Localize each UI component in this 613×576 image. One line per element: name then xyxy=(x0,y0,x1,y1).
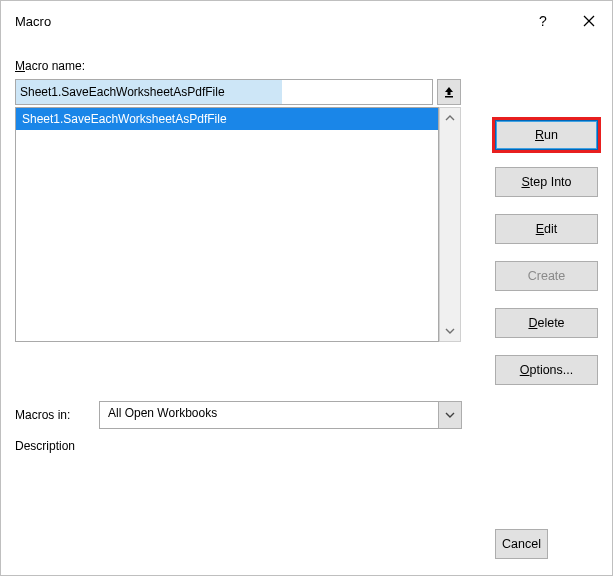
macros-in-select[interactable]: All Open Workbooks xyxy=(99,401,462,429)
help-button[interactable]: ? xyxy=(520,1,566,41)
dialog-content: Macro name: Sheet1.SaveEachWorksheetAsPd… xyxy=(1,41,612,575)
titlebar: Macro ? xyxy=(1,1,612,41)
macro-name-label: Macro name: xyxy=(15,59,598,73)
macro-list-wrap: Sheet1.SaveEachWorksheetAsPdfFile xyxy=(15,107,461,342)
chevron-up-icon xyxy=(445,114,455,122)
macro-dialog: Macro ? Macro name: Sheet1.SaveEachWorks… xyxy=(0,0,613,576)
list-item[interactable]: Sheet1.SaveEachWorksheetAsPdfFile xyxy=(16,108,438,130)
cancel-button[interactable]: Cancel xyxy=(495,529,548,559)
chevron-down-icon xyxy=(445,411,455,419)
step-into-button[interactable]: Step Into xyxy=(495,167,598,197)
svg-rect-2 xyxy=(445,96,453,98)
edit-button[interactable]: Edit xyxy=(495,214,598,244)
help-icon: ? xyxy=(539,13,547,29)
macro-name-input[interactable] xyxy=(15,79,433,105)
close-icon xyxy=(583,15,595,27)
scroll-up-button[interactable] xyxy=(440,108,460,128)
scroll-down-button[interactable] xyxy=(440,321,460,341)
macro-list[interactable]: Sheet1.SaveEachWorksheetAsPdfFile xyxy=(15,107,439,342)
description-label: Description xyxy=(15,439,75,453)
options-button[interactable]: Options... xyxy=(495,355,598,385)
up-arrow-icon xyxy=(444,86,454,98)
create-button: Create xyxy=(495,261,598,291)
chevron-down-icon xyxy=(445,327,455,335)
delete-button[interactable]: Delete xyxy=(495,308,598,338)
run-button[interactable]: Run xyxy=(495,120,598,150)
vertical-scrollbar[interactable] xyxy=(439,107,461,342)
dropdown-button[interactable] xyxy=(438,401,462,429)
side-buttons: Run Step Into Edit Create Delete Options… xyxy=(495,120,598,385)
go-to-macro-button[interactable] xyxy=(437,79,461,105)
window-title: Macro xyxy=(15,14,520,29)
close-button[interactable] xyxy=(566,1,612,41)
macros-in-value: All Open Workbooks xyxy=(99,401,462,429)
macros-in-label: Macros in: xyxy=(15,408,99,422)
